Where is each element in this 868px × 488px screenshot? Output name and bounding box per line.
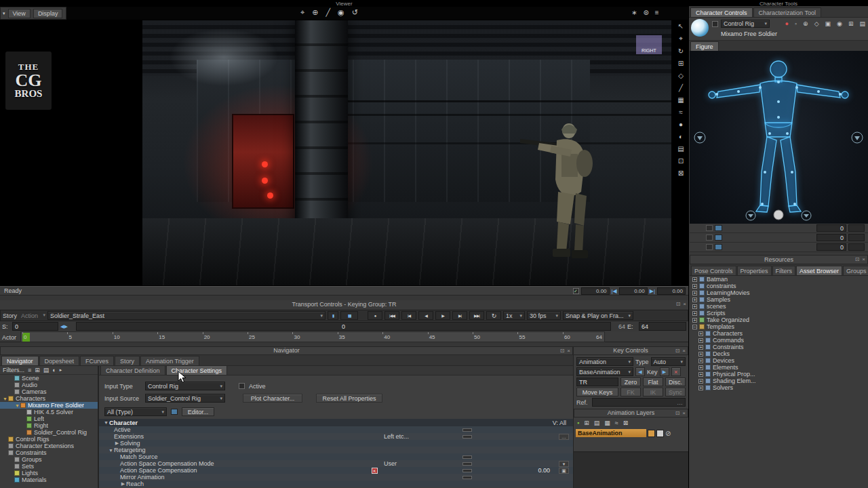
collapse-icon[interactable]: ▼ (103, 420, 109, 425)
clip-stop-button[interactable]: ▮ (328, 311, 338, 320)
detach-icon[interactable]: ⊡ (675, 410, 680, 417)
layers-icon[interactable]: ▤ (677, 145, 684, 152)
detach-icon[interactable]: ⊡ (675, 348, 680, 354)
property-color-icon[interactable] (171, 409, 178, 415)
animation-dropdown[interactable]: Animation▾ (576, 357, 633, 366)
speed-dropdown[interactable]: 1x▾ (503, 311, 525, 320)
asset-tree-item[interactable]: + Physical Prop... (690, 371, 868, 378)
scene-tree-item[interactable]: Scene (0, 375, 98, 382)
keying-white-icon[interactable]: ◦ (795, 20, 797, 27)
property-row[interactable]: Action Space Compensation Mode User ▾ (99, 460, 573, 467)
timecode-field[interactable]: 0.00 (619, 287, 648, 295)
scene-tree-item[interactable]: Materials (0, 476, 98, 483)
property-slider[interactable] (462, 428, 472, 432)
channel-color-icon[interactable] (715, 225, 722, 231)
asset-tree-item[interactable]: + scenes (690, 303, 868, 310)
character-controls-tab[interactable]: Characterization Tool (753, 7, 821, 17)
effects-icon[interactable]: ∗ (631, 9, 637, 16)
asset-tree-item[interactable]: + LearningMovies (690, 289, 868, 296)
detach-icon[interactable]: ⊡ (676, 301, 681, 308)
prev-key-button[interactable]: |◀ (401, 311, 416, 320)
base-animation-layer-row[interactable]: BaseAnimation ⊘ (576, 429, 686, 437)
layer-solo-icon[interactable] (656, 430, 664, 437)
sync-button[interactable]: Sync (665, 388, 686, 396)
scale-icon[interactable]: ⊞ (678, 60, 684, 67)
filters-label[interactable]: Filters... (3, 367, 24, 373)
ik-button[interactable]: IK (643, 388, 663, 396)
add-layer-icon[interactable]: ⊞ (584, 420, 589, 426)
record-button[interactable]: ● (368, 311, 382, 320)
property-row[interactable]: Match Source (99, 453, 573, 460)
scene-tree-item[interactable]: Constraints (0, 449, 98, 456)
clip-pause-button[interactable]: ▮▮ (340, 311, 358, 320)
close-icon[interactable]: × (567, 348, 570, 354)
reset-all-properties-button[interactable]: Reset All Properties (316, 394, 382, 403)
channel-slot[interactable] (706, 235, 713, 241)
detach-icon[interactable]: ⊡ (560, 348, 565, 354)
scene-tree-item[interactable]: Groups (0, 456, 98, 463)
fk-button[interactable]: FK (620, 388, 641, 396)
ref-field[interactable]: … (592, 398, 686, 407)
camera-switch-icon[interactable]: ⊡ (678, 157, 684, 165)
resources-tab[interactable]: Pose Controls (691, 266, 736, 275)
scene-tree-item[interactable]: Character Extensions (0, 443, 98, 449)
asset-tree-item[interactable]: + Decks (690, 350, 868, 357)
move-keys-button[interactable]: Move Keys (576, 388, 618, 396)
layer-weight-icon[interactable] (648, 430, 655, 437)
asset-tree-item[interactable]: + Commands (690, 337, 868, 344)
pivot-icon[interactable]: ⊕ (803, 20, 808, 27)
go-start-button[interactable]: |◀◀ (384, 311, 399, 320)
timecode-field[interactable]: 0.00 (657, 287, 686, 295)
filter-list-icon[interactable]: ▤ (43, 367, 50, 373)
action-dropdown[interactable]: Action▾ (21, 312, 45, 319)
character-group-header[interactable]: ▼ Character V: All (99, 419, 573, 426)
timecode-field[interactable]: 0.00 (581, 287, 610, 295)
zero-button[interactable]: Zero (620, 378, 641, 386)
display-button[interactable]: Display (33, 9, 63, 18)
rig-checkbox[interactable] (712, 21, 718, 27)
channel-value-field[interactable]: 0 (816, 234, 846, 241)
asset-tree-item[interactable]: + Batman (690, 276, 868, 283)
property-slider[interactable] (462, 455, 472, 459)
detach-icon[interactable]: ⊡ (855, 256, 860, 263)
property-slider[interactable] (462, 462, 472, 466)
grid-icon[interactable]: ▦ (677, 96, 684, 104)
pan-view-icon[interactable]: ⊕ (312, 8, 318, 17)
property-row[interactable]: ▶ Reach (99, 481, 573, 487)
start-field[interactable]: 0 (12, 322, 58, 331)
channel-extra-field[interactable] (848, 224, 865, 232)
channel-color-icon[interactable] (715, 244, 722, 250)
channel-color-icon[interactable] (715, 235, 722, 241)
keyframe-indicator-icon[interactable]: K (372, 468, 378, 474)
timeline-slider[interactable]: 0 (76, 322, 611, 331)
flat-button[interactable]: Flat (643, 378, 663, 386)
character-representation[interactable] (690, 51, 868, 224)
filter-expand-icon[interactable]: ▸ (60, 367, 62, 373)
channel-slot[interactable] (706, 225, 713, 231)
menu-caret-icon[interactable]: ▾ (3, 11, 5, 16)
property-slider[interactable] (462, 435, 472, 439)
translate-icon[interactable]: ⌖ (679, 35, 683, 43)
next-key-icon[interactable]: ▶| (650, 288, 655, 294)
prev-key-icon[interactable]: |◀ (612, 288, 617, 294)
next-key-button[interactable]: ▶| (452, 311, 467, 320)
property-row[interactable]: ▶ Solving (99, 440, 573, 447)
next-key-button[interactable]: ▶ (660, 367, 669, 376)
close-icon[interactable]: × (682, 410, 686, 417)
control-rig-dropdown[interactable]: Control Rig▾ (721, 20, 770, 28)
editor-button[interactable]: Editor... (182, 407, 214, 416)
shade-icon[interactable]: ◐ (679, 133, 683, 140)
asset-tree-item[interactable]: + Shading Elem... (690, 378, 868, 384)
scene-tree-item[interactable]: Lights (0, 470, 98, 476)
resources-tab[interactable]: Filters (772, 266, 796, 275)
navigator-tab[interactable]: Dopesheet (39, 356, 80, 365)
channel-value-field[interactable]: 0 (816, 224, 846, 232)
timecode-checkbox[interactable]: ✓ (573, 288, 579, 294)
navigator-tab[interactable]: Story (115, 356, 140, 365)
plot-icon[interactable]: ⊞ (848, 20, 854, 27)
delete-layer-icon[interactable]: ⊠ (623, 420, 629, 426)
duplicate-layer-icon[interactable]: ▦ (604, 420, 610, 426)
prev-key-button[interactable]: ◀ (635, 367, 645, 376)
settings-tab[interactable]: Character Definition (100, 365, 165, 375)
channel-extra-field[interactable] (848, 234, 865, 241)
